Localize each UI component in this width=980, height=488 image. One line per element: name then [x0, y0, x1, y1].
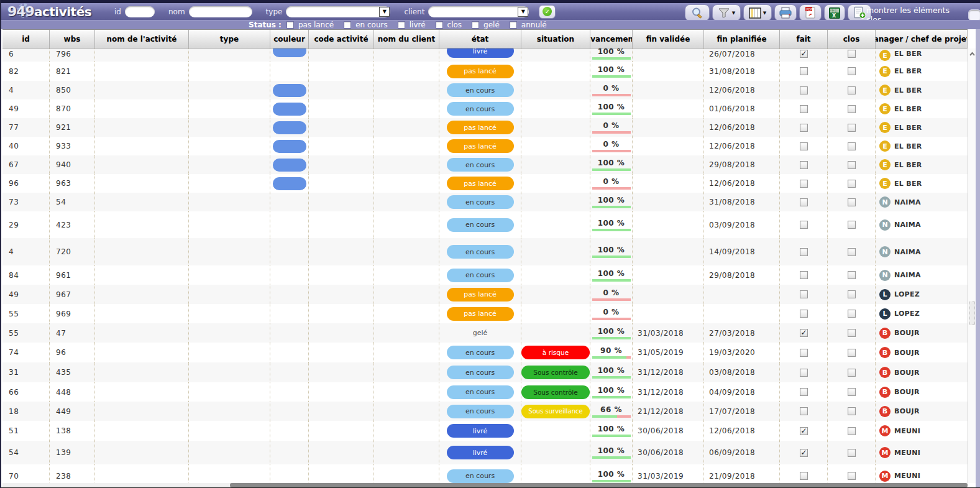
- column-header[interactable]: état: [439, 30, 521, 48]
- clos-checkbox[interactable]: [848, 67, 856, 75]
- fait-checkbox[interactable]: [800, 427, 808, 435]
- apply-filters-button[interactable]: ✓: [539, 5, 556, 19]
- fait-checkbox[interactable]: [800, 369, 808, 377]
- table-row[interactable]: 67 940 en cours 100 % 29/08/2018 EEL BER: [2, 155, 968, 174]
- clos-checkbox[interactable]: [848, 161, 856, 169]
- column-header[interactable]: nom du client: [374, 30, 439, 48]
- filter-id-input[interactable]: [125, 6, 155, 17]
- fait-checkbox[interactable]: [800, 388, 808, 396]
- vertical-scrollbar[interactable]: [968, 48, 976, 483]
- column-header[interactable]: type: [189, 30, 270, 48]
- fait-checkbox[interactable]: [800, 449, 808, 457]
- fait-checkbox[interactable]: [800, 221, 808, 229]
- fait-checkbox[interactable]: [800, 271, 808, 279]
- fait-checkbox[interactable]: [800, 105, 808, 113]
- clos-checkbox[interactable]: [848, 221, 856, 229]
- table-row[interactable]: 55 47 gelé 100 % 31/03/2018 27/03/2018 B…: [2, 323, 968, 343]
- column-header[interactable]: clos: [828, 30, 876, 48]
- table-row[interactable]: 77 921 pas lancé 0 % 12/06/2018 EEL BER: [2, 118, 968, 137]
- table-row[interactable]: 74 96 en cours à risque 90 % 31/05/2019 …: [2, 343, 968, 362]
- fait-checkbox[interactable]: [800, 349, 808, 357]
- scroll-up-icon[interactable]: [969, 51, 976, 58]
- column-header[interactable]: code activité: [309, 30, 374, 48]
- status-checkbox[interactable]: [510, 21, 517, 29]
- column-header[interactable]: fin planifiée: [704, 30, 780, 48]
- table-row[interactable]: 49 870 en cours 100 % 01/06/2018 EEL BER: [2, 99, 968, 118]
- fait-checkbox[interactable]: [800, 407, 808, 415]
- fait-checkbox[interactable]: [800, 124, 808, 132]
- filter-nom-input[interactable]: [189, 6, 252, 17]
- filter-menu-button[interactable]: ▼: [712, 4, 741, 21]
- table-row[interactable]: 6 796 livré 100 % 26/07/2018 EEL BER: [2, 48, 968, 62]
- clos-checkbox[interactable]: [848, 290, 856, 298]
- clos-checkbox[interactable]: [848, 472, 856, 480]
- fait-checkbox[interactable]: [800, 248, 808, 256]
- fait-checkbox[interactable]: [800, 290, 808, 298]
- horizontal-scroll-thumb[interactable]: [230, 483, 968, 487]
- export-excel-button[interactable]: XCSV: [824, 4, 845, 21]
- clos-checkbox[interactable]: [848, 427, 856, 435]
- clos-checkbox[interactable]: [848, 271, 856, 279]
- clos-checkbox[interactable]: [848, 86, 856, 94]
- column-header[interactable]: couleur: [270, 30, 309, 48]
- clos-checkbox[interactable]: [848, 449, 856, 457]
- fait-checkbox[interactable]: [800, 86, 808, 94]
- search-button[interactable]: [685, 4, 710, 21]
- column-header[interactable]: id: [2, 30, 50, 48]
- fait-checkbox[interactable]: [800, 50, 808, 58]
- fait-checkbox[interactable]: [800, 180, 808, 188]
- fait-checkbox[interactable]: [800, 198, 808, 206]
- table-row[interactable]: 73 54 en cours 100 % 31/08/2018 NNAIMA: [2, 193, 968, 211]
- column-header[interactable]: manager / chef de projet▲: [876, 30, 968, 48]
- clos-checkbox[interactable]: [848, 124, 856, 132]
- filter-type-select[interactable]: ▼: [286, 6, 390, 17]
- table-row[interactable]: 49 967 pas lancé 0 % LLOPEZ: [2, 285, 968, 304]
- clos-checkbox[interactable]: [848, 180, 856, 188]
- table-row[interactable]: 31 435 en cours Sous contrôle 100 % 31/1…: [2, 362, 968, 382]
- filter-client-select[interactable]: ▼: [428, 6, 529, 17]
- column-header[interactable]: avancement: [590, 30, 633, 48]
- fait-checkbox[interactable]: [800, 329, 808, 337]
- clos-checkbox[interactable]: [848, 310, 856, 318]
- table-row[interactable]: 55 969 pas lancé 0 % LLOPEZ: [2, 304, 968, 323]
- table-row[interactable]: 54 139 livré 100 % 30/06/2018 06/09/2018…: [2, 441, 968, 464]
- status-checkbox[interactable]: [436, 21, 443, 29]
- column-header[interactable]: nom de l'activité: [95, 30, 189, 48]
- clos-checkbox[interactable]: [848, 369, 856, 377]
- chevron-down-icon[interactable]: ▼: [379, 7, 390, 17]
- table-row[interactable]: 4 720 en cours 100 % 14/09/2018 NNAIMA: [2, 238, 968, 265]
- clos-checkbox[interactable]: [848, 329, 856, 337]
- table-row[interactable]: 40 933 pas lancé 0 % 12/06/2018 EEL BER: [2, 137, 968, 155]
- table-row[interactable]: 84 961 en cours 100 % 29/08/2018 NNAIMA: [2, 265, 968, 285]
- fait-checkbox[interactable]: [800, 472, 808, 480]
- columns-menu-button[interactable]: ▼: [743, 4, 772, 21]
- table-row[interactable]: 66 448 en cours Sous contrôle 100 % 31/1…: [2, 382, 968, 402]
- clos-checkbox[interactable]: [848, 248, 856, 256]
- vertical-scroll-thumb[interactable]: [969, 302, 975, 325]
- table-row[interactable]: 51 138 livré 100 % 30/06/2018 12/06/2018…: [2, 421, 968, 441]
- status-checkbox[interactable]: [344, 21, 351, 29]
- export-pdf-button[interactable]: PDF: [799, 4, 822, 21]
- column-header[interactable]: fait: [780, 30, 828, 48]
- clos-checkbox[interactable]: [848, 407, 856, 415]
- clos-checkbox[interactable]: [848, 50, 856, 58]
- print-button[interactable]: [774, 4, 797, 21]
- show-closed-checkbox[interactable]: [968, 9, 980, 21]
- clos-checkbox[interactable]: [848, 105, 856, 113]
- fait-checkbox[interactable]: [800, 161, 808, 169]
- fait-checkbox[interactable]: [800, 142, 808, 150]
- table-row[interactable]: 82 821 pas lancé 100 % 31/08/2018 EEL BE…: [2, 62, 968, 81]
- horizontal-scrollbar[interactable]: [2, 483, 968, 487]
- table-row[interactable]: 4 850 en cours 0 % 12/06/2018 EEL BER: [2, 81, 968, 99]
- table-row[interactable]: 96 963 pas lancé 0 % 12/06/2018 EEL BER: [2, 174, 968, 193]
- status-checkbox[interactable]: [398, 21, 405, 29]
- column-header[interactable]: fin validée: [633, 30, 704, 48]
- clos-checkbox[interactable]: [848, 388, 856, 396]
- status-checkbox[interactable]: [472, 21, 479, 29]
- clos-checkbox[interactable]: [848, 349, 856, 357]
- column-header[interactable]: wbs: [50, 30, 95, 48]
- fait-checkbox[interactable]: [800, 310, 808, 318]
- clos-checkbox[interactable]: [848, 142, 856, 150]
- chevron-down-icon[interactable]: ▼: [518, 7, 528, 17]
- fait-checkbox[interactable]: [800, 67, 808, 75]
